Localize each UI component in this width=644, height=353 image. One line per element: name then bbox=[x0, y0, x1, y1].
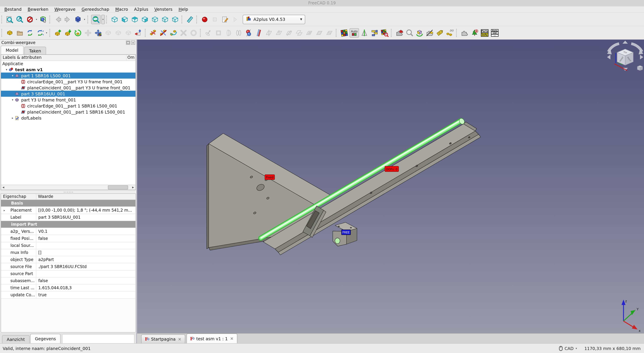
a2p-update-icon[interactable] bbox=[25, 28, 34, 37]
a2p-update-imported-parts-icon[interactable] bbox=[73, 28, 83, 37]
property-row[interactable]: local Sour... bbox=[1, 242, 136, 249]
measure-distance-icon[interactable] bbox=[185, 14, 194, 24]
a2p-dof-report-icon[interactable]: DOF bbox=[445, 28, 454, 37]
a2p-convert-part-icon[interactable] bbox=[134, 28, 143, 37]
menu-bewerken[interactable]: Bewerken bbox=[24, 6, 51, 12]
box-element-selection-icon[interactable] bbox=[38, 14, 48, 24]
toolbar-handle[interactable] bbox=[456, 29, 458, 37]
tree-item[interactable]: planeCoincident_001__part 1 SBR16 L500_0… bbox=[1, 109, 136, 115]
view-right-icon[interactable] bbox=[140, 14, 150, 24]
property-value[interactable]: [(0,00 -1,00 0,00); 1,8 °; (-44,4 mm 541… bbox=[36, 208, 136, 213]
view-rear-icon[interactable] bbox=[150, 14, 160, 24]
a2p-constraint-transform-icon[interactable] bbox=[148, 28, 158, 37]
toolbar-handle[interactable] bbox=[50, 15, 51, 23]
navcube-menu-icon[interactable] bbox=[637, 65, 643, 70]
nav-forward-icon[interactable] bbox=[63, 14, 72, 24]
property-row[interactable]: subassem...false bbox=[1, 278, 136, 285]
a2p-import-part-icon[interactable] bbox=[63, 28, 72, 37]
toolbar-handle[interactable] bbox=[336, 29, 338, 37]
a2p-parts-info-icon[interactable]: PartsInfo bbox=[480, 28, 490, 37]
a2p-center-of-mass-icon[interactable] bbox=[325, 28, 334, 37]
a2p-move-under-constraints-icon[interactable] bbox=[94, 28, 103, 37]
a2p-edit-part-icon[interactable] bbox=[114, 28, 123, 37]
property-row[interactable]: source File./part 3 SBR16UU.FCStd bbox=[1, 263, 136, 270]
nav-back-icon[interactable] bbox=[53, 14, 62, 24]
property-row[interactable]: source Part bbox=[1, 270, 136, 278]
tree-item[interactable]: part 3 SBR16UU_001 bbox=[1, 91, 136, 97]
navcube-left-arrow[interactable] bbox=[607, 55, 610, 59]
menu-help[interactable]: Help bbox=[176, 6, 191, 12]
a2p-constraint-axial-icon[interactable] bbox=[159, 28, 168, 37]
property-row[interactable]: a2p_ Vers...V0.1 bbox=[1, 228, 136, 235]
view-isometric-icon[interactable] bbox=[73, 14, 83, 24]
tree-item[interactable]: ▸dofLabels bbox=[1, 115, 136, 121]
toolbar-handle[interactable] bbox=[50, 29, 51, 37]
a2p-update-all-icon-dropdown[interactable]: ▾ bbox=[45, 31, 48, 34]
toolbar-handle[interactable] bbox=[106, 15, 108, 23]
menu-bestand[interactable]: Bestand bbox=[1, 6, 24, 12]
property-row[interactable]: update Co...true bbox=[1, 292, 136, 299]
document-tab[interactable]: F⚙test asm v1 : 1× bbox=[186, 334, 237, 343]
float-panel-icon[interactable] bbox=[126, 41, 130, 45]
property-row[interactable]: time Last ...1.615.044.018,3 bbox=[1, 285, 136, 292]
a2p-edit-labels-icon[interactable] bbox=[435, 28, 444, 37]
zoom-fit-selection-icon[interactable] bbox=[5, 14, 14, 24]
tree-horizontal-scrollbar[interactable]: ◀ ▶ bbox=[1, 185, 136, 190]
a2p-flatten-tree-icon[interactable] bbox=[370, 28, 379, 37]
a2p-point-on-plane-icon[interactable] bbox=[274, 28, 284, 37]
tab-aanzicht[interactable]: Aanzicht bbox=[2, 335, 30, 343]
property-value[interactable]: false bbox=[36, 279, 136, 283]
tree-item[interactable]: ▾part 1 SBR16 L500_001 bbox=[1, 72, 136, 79]
clipping-plane-icon-dropdown[interactable]: ▾ bbox=[35, 18, 38, 21]
clipping-plane-icon[interactable] bbox=[25, 14, 34, 24]
navcube-up-arrow[interactable] bbox=[622, 41, 628, 44]
a2p-flip-direction-icon[interactable] bbox=[360, 28, 369, 37]
property-expander-icon[interactable]: ▸ bbox=[4, 209, 5, 212]
view-fit-all-icon[interactable] bbox=[91, 14, 100, 24]
a2p-angled-planes-icon[interactable] bbox=[284, 28, 294, 37]
scroll-right-icon[interactable]: ▶ bbox=[131, 185, 136, 190]
toolbar-handle[interactable] bbox=[200, 29, 202, 37]
a2p-point-on-line-icon[interactable] bbox=[264, 28, 274, 37]
view-front-icon[interactable] bbox=[120, 14, 130, 24]
a2p-parts-list-icon[interactable]: PartsList... bbox=[490, 28, 500, 37]
a2p-suppress-constraints-icon[interactable] bbox=[425, 28, 434, 37]
a2p-duplicate-part-icon[interactable] bbox=[104, 28, 113, 37]
property-value[interactable]: V0.1 bbox=[36, 229, 136, 234]
property-value[interactable]: true bbox=[36, 293, 136, 297]
a2p-point-on-point-icon[interactable] bbox=[244, 28, 254, 37]
view-isometric-icon-dropdown[interactable]: ▾ bbox=[83, 18, 86, 21]
tree-item[interactable]: circularEdge_001__part 1 SBR16 L500_001 bbox=[1, 103, 136, 109]
a2p-circular-edge-icon[interactable] bbox=[189, 28, 198, 37]
tree-item[interactable]: ▾test asm v1 bbox=[1, 66, 136, 72]
tab-taken[interactable]: Taken bbox=[24, 47, 46, 54]
a2p-show-unconstrained-icon[interactable] bbox=[394, 28, 404, 37]
a2p-check-convergency-icon[interactable] bbox=[380, 28, 389, 37]
menu-a2plus[interactable]: A2plus bbox=[131, 6, 152, 12]
a2p-recursive-update-icon[interactable] bbox=[415, 28, 424, 37]
property-row[interactable]: fixed Posi...false bbox=[1, 235, 136, 242]
toolbar-handle[interactable] bbox=[196, 15, 198, 23]
property-row[interactable]: object Typea2pPart bbox=[1, 256, 136, 263]
property-value[interactable]: a2pPart bbox=[36, 257, 136, 262]
view-top-icon[interactable] bbox=[130, 14, 140, 24]
a2p-add-part-icon[interactable] bbox=[53, 28, 62, 37]
toolbar-handle[interactable] bbox=[1, 15, 3, 23]
property-value[interactable]: [] bbox=[36, 250, 136, 255]
document-tab[interactable]: F⚙Startpagina× bbox=[141, 335, 185, 343]
navcube-right-arrow[interactable] bbox=[640, 55, 643, 59]
scroll-left-icon[interactable]: ◀ bbox=[1, 185, 6, 190]
a2p-constraint-circular-icon[interactable] bbox=[169, 28, 178, 37]
navigation-cube[interactable]: TOP FRONT RIGHT bbox=[607, 41, 643, 71]
zoom-box-icon[interactable] bbox=[15, 14, 24, 24]
a2p-update-all-icon[interactable] bbox=[35, 28, 45, 37]
a2p-move-part-icon[interactable] bbox=[83, 28, 93, 37]
scrollbar-thumb[interactable] bbox=[108, 185, 128, 189]
a2p-solve-icon[interactable] bbox=[340, 28, 349, 37]
a2p-delete-constraint-icon[interactable] bbox=[179, 28, 188, 37]
toolbar-handle[interactable] bbox=[391, 29, 392, 37]
tree-item[interactable]: Applicatie bbox=[1, 60, 136, 66]
close-icon[interactable]: × bbox=[178, 337, 181, 342]
a2p-plane-coincident-icon[interactable] bbox=[304, 28, 314, 37]
macro-edit-icon[interactable] bbox=[220, 14, 230, 24]
